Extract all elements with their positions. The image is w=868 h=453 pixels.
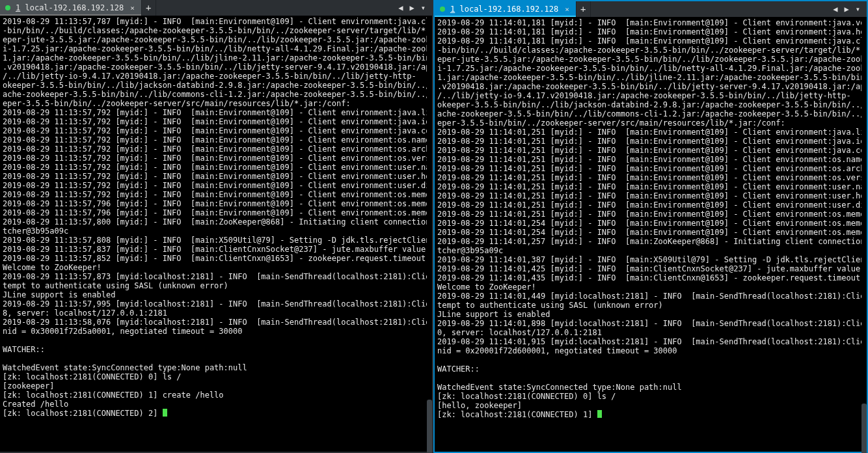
tab-menu-icon[interactable]: ▾: [418, 3, 428, 12]
terminal-output: 2019-08-29 11:13:57,787 [myid:] - INFO […: [0, 16, 432, 420]
scrollbar[interactable]: [861, 17, 867, 452]
terminal[interactable]: 2019-08-29 11:13:57,787 [myid:] - INFO […: [0, 16, 432, 452]
close-icon[interactable]: ×: [565, 5, 569, 14]
status-dot-icon: [5, 5, 10, 10]
pane-right: 1 local-192.168.192.128 × + ◀ ▶ ▾ 2019-0…: [433, 0, 868, 453]
nav-left-icon[interactable]: ◀: [396, 3, 405, 12]
terminal-tab[interactable]: 1 local-192.168.192.128 ×: [435, 1, 576, 17]
tab-title: 1 local-192.168.192.128: [450, 5, 558, 14]
terminal-output: 2019-08-29 11:14:01,181 [myid:] - INFO […: [435, 17, 867, 422]
status-dot-icon: [440, 7, 445, 12]
close-icon[interactable]: ×: [130, 4, 135, 12]
new-tab-button[interactable]: +: [576, 1, 591, 17]
new-tab-button[interactable]: +: [142, 0, 156, 16]
pane-left: 1 local-192.168.192.128 × + ◀ ▶ ▾ 2019-0…: [0, 0, 433, 453]
tab-nav: ◀ ▶ ▾: [392, 0, 432, 16]
tab-menu-icon[interactable]: ▾: [853, 5, 863, 14]
scrollbar[interactable]: [427, 16, 432, 452]
nav-left-icon[interactable]: ◀: [830, 5, 840, 14]
scrollbar-thumb[interactable]: [427, 400, 432, 453]
scrollbar-thumb[interactable]: [861, 404, 867, 453]
nav-right-icon[interactable]: ▶: [842, 5, 852, 14]
terminal-tab[interactable]: 1 local-192.168.192.128 ×: [0, 0, 142, 16]
tab-title: 1 local-192.168.192.128: [16, 3, 124, 12]
terminal[interactable]: 2019-08-29 11:14:01,181 [myid:] - INFO […: [435, 17, 867, 452]
tab-nav: ◀ ▶ ▾: [826, 1, 867, 17]
tab-bar: 1 local-192.168.192.128 × + ◀ ▶ ▾: [435, 1, 867, 17]
nav-right-icon[interactable]: ▶: [407, 3, 417, 12]
split-view: 1 local-192.168.192.128 × + ◀ ▶ ▾ 2019-0…: [0, 0, 868, 453]
tab-bar: 1 local-192.168.192.128 × + ◀ ▶ ▾: [0, 0, 432, 16]
